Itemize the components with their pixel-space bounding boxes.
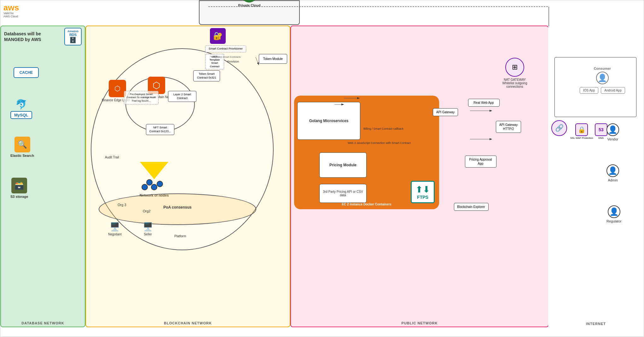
ftps-label: FTPS [417, 195, 428, 200]
pricing-approval-area: Pricing Approval App Containers [471, 156, 490, 162]
negotiant-item: 🖥️ Negotiant [108, 222, 122, 236]
poa-ellipse: PoA consensus [99, 193, 256, 225]
smart-contract-icon: 🔐 [210, 28, 226, 44]
internet-zone: 🔗 🔒 SSL WAF Protection 53 DNS Consumer 👤… [548, 26, 644, 327]
golang-box: Golang Microservices [297, 102, 360, 140]
ec2-label: EC 2 Instance Docker Containers [342, 203, 391, 206]
private-cloud-icon-area: 🔒 Private Cloud [238, 0, 261, 7]
admin-icon: 👤 [606, 164, 619, 177]
blockchain-network-zone: ⬡ Binance Edge Layer 2 ⬡ Ethereum Main N… [85, 26, 290, 327]
api-gw-http2-box: API Gateway HTTP/2 [496, 121, 521, 133]
seller-label: Seller [144, 233, 152, 236]
vendor-icon: 👤 [606, 123, 619, 136]
internet-zone-label: INTERNET [586, 322, 606, 326]
private-cloud-lock-icon: 🔒 [241, 0, 257, 3]
negotiant-icon: 🖥️ [110, 222, 120, 232]
node-4 [157, 181, 163, 187]
aws-cloud: AWS Cloud [3, 15, 19, 18]
pricing-module-label: Pricing Module [329, 163, 357, 167]
cache-box: CACHE [14, 67, 39, 78]
nat-gateway-area: ⊞ NAT GATEWAY Whitelist outgoing connect… [499, 58, 531, 88]
elastic-search-icon: 🔍 [15, 137, 30, 152]
ftps-icon-box: ⬆⬇ FTPS [411, 181, 435, 203]
private-cloud-area: 🔒 Private Cloud [199, 0, 300, 25]
regulator-area: 👤 Regulator [606, 205, 622, 223]
s3-label: S3 storage [10, 195, 28, 198]
elastic-search-label: Elastic Search [10, 154, 34, 157]
templates-label: Templates smart Contracts [205, 56, 246, 58]
public-network-zone: EC 2 Instance Docker Containers Golang M… [290, 26, 549, 327]
admin-label: Admin [608, 178, 618, 182]
network-nodes-area: Network of nodes [140, 162, 169, 197]
negotiant-label: Negotiant [108, 233, 122, 236]
blockchain-explorer-box: Blockchain Explorer [454, 203, 489, 211]
seller-icon: 🖥️ [143, 222, 153, 232]
mysql-item: 🐬 MySQL [10, 99, 32, 119]
pre-deployed-sc-box: Pre-Deployed Smart Contract To manage Au… [124, 91, 159, 104]
main-container: aws Valid for AWS Cloud Databases will b… [0, 0, 644, 337]
cache-item: CACHE [14, 67, 39, 78]
node-3 [151, 184, 157, 190]
smart-contract-provisioner-area: 🔐 Smart Contract Provisioner Fungible Te… [205, 28, 246, 57]
share-icon: 🔗 [551, 120, 567, 136]
database-network-zone: Databases will be MANGED by AWS Amazon R… [0, 26, 85, 327]
nat-gateway-label: NAT GATEWAY Whitelist outgoing connectio… [499, 78, 531, 88]
api-gateway-box: API Gateway [433, 108, 458, 116]
third-party-box: 3rd Party Pricing API or CSV data [319, 184, 367, 203]
mysql-box: MySQL [10, 111, 32, 119]
token-sc-box: Token Smart Contract 0x321 [193, 70, 220, 81]
aws-logo: aws [3, 3, 19, 12]
platform-label: Platform [174, 234, 186, 238]
dns-icon: 53 [595, 123, 607, 136]
security-icons: 🔒 SSL WAF Protection 53 DNS [570, 123, 607, 139]
ftps-area: ⬆⬇ FTPS [411, 181, 435, 203]
nat-gateway-icon: ⊞ [505, 58, 524, 77]
elastic-search-item: 🔍 Elastic Search [10, 137, 34, 157]
regulator-label: Regulator [606, 219, 622, 223]
vendor-label: Vendor [607, 137, 618, 141]
private-cloud-label: Private Cloud [238, 3, 261, 7]
ftps-arrows: ⬆⬇ [415, 184, 430, 195]
s3-icon: 🗃️ [11, 178, 27, 193]
org2-label: Org2 [143, 209, 150, 213]
billing-label: Billing / Smart Contract callback [363, 127, 403, 130]
nft-sc-box: NFT Smart Contract 0x123... [146, 124, 174, 135]
public-zone-label: PUBLIC NETWORK [402, 321, 438, 325]
binance-icon: ⬡ [109, 80, 126, 97]
s3-item: 🗃️ S3 storage [10, 178, 28, 198]
vendor-area: 👤 Vendor [606, 123, 619, 141]
poa-label: PoA consensus [163, 205, 192, 210]
third-party-label: 3rd Party Pricing API or CSV data [323, 190, 363, 197]
aws-logo-area: aws Valid for AWS Cloud [3, 3, 19, 18]
regulator-icon: 👤 [608, 205, 620, 218]
golang-label: Golang Microservices [309, 119, 349, 123]
consumer-container-box [554, 57, 636, 117]
db-zone-label: DATABASE NETWORK [21, 321, 64, 325]
seller-item: 🖥️ Seller [143, 222, 153, 236]
pricing-module-box: Pricing Module [319, 152, 367, 178]
admin-area: 👤 Admin [606, 164, 619, 182]
ssl-lock-icon: 🔒 [575, 123, 588, 136]
audit-trail-label: Audit Trail [105, 156, 119, 159]
blockchain-zone-label: BLOCKCHAIN NETWORK [164, 321, 212, 325]
db-title: Databases will be MANGED by AWS [4, 31, 45, 42]
ssl-label: SSL WAF Protection [570, 137, 593, 139]
dns-label: DNS [598, 137, 604, 139]
react-app-box: Reat Web App [468, 99, 500, 107]
web3-label: Web 3 JavaScript Connection with Smart C… [348, 141, 411, 145]
blockchain-explorer-area: Blockchain Explorer Containers [461, 203, 481, 209]
smart-contract-provisioner-box: Smart Contract Provisioner [205, 45, 246, 52]
share-icon-area: 🔗 [551, 120, 567, 136]
dns-area: 53 DNS [595, 123, 607, 139]
org3-label: Org 3 [118, 203, 126, 207]
pricing-approval-box: Pricing Approval App [465, 156, 496, 168]
amazon-rds-badge: Amazon RDS 🗄️ [64, 28, 82, 45]
react-app-area: Reat Web App Containers [474, 99, 494, 105]
nodes-cluster [142, 179, 167, 192]
provision-label: Provision [227, 60, 268, 63]
network-nodes-arrow [140, 162, 168, 179]
node-2 [142, 184, 148, 190]
ssl-area: 🔒 SSL WAF Protection [570, 123, 593, 139]
layer2-sc-box: Layer 2 Smart Contract [168, 91, 196, 102]
